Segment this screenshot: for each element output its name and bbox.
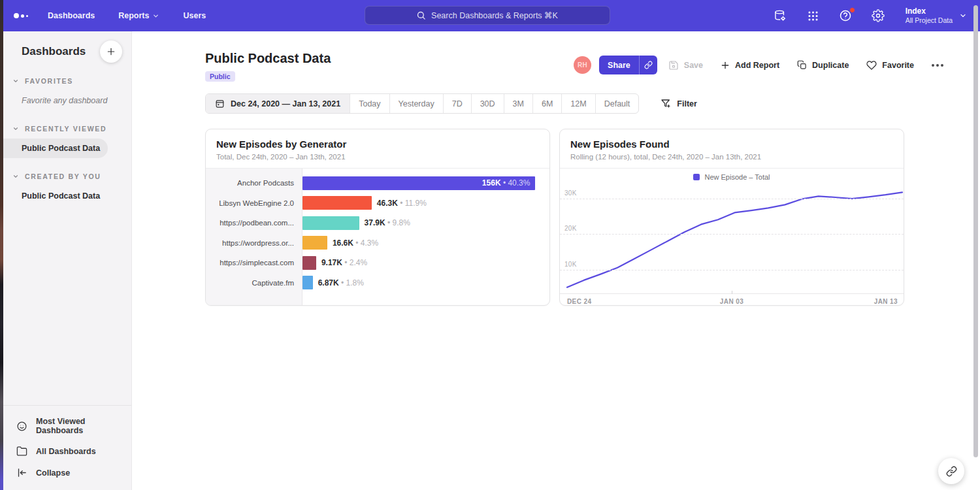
- bar-category-label: Captivate.fm: [206, 279, 302, 287]
- preset-yesterday[interactable]: Yesterday: [389, 94, 443, 113]
- date-presets: TodayYesterday7D30D3M6M12MDefault: [350, 94, 638, 113]
- data-management-icon[interactable]: [774, 9, 787, 23]
- share-button[interactable]: Share: [599, 56, 657, 74]
- sidebar-footer-most-viewed-dashboards[interactable]: Most Viewed Dashboards: [3, 412, 131, 440]
- preset-6m[interactable]: 6M: [532, 94, 561, 113]
- nav-item-label: Dashboards: [48, 11, 95, 20]
- sidebar-section-recently-viewed: RECENTLY VIEWEDPublic Podcast Data: [3, 125, 131, 158]
- bar-track: 9.17K • 2.4%: [302, 256, 549, 270]
- sidebar-section-label: RECENTLY VIEWED: [25, 125, 106, 133]
- nav-item-reports[interactable]: Reports: [118, 11, 159, 20]
- nav-item-users[interactable]: Users: [183, 11, 206, 20]
- copy-link-button[interactable]: [639, 56, 657, 74]
- preset-default[interactable]: Default: [595, 94, 639, 113]
- desktop-background-strip: [0, 0, 3, 490]
- bar-chart-subtitle: Total, Dec 24th, 2020 – Jan 13th, 2021: [216, 153, 539, 161]
- bar-category-label: Libsyn WebEngine 2.0: [206, 199, 302, 207]
- bar-chart: Anchor Podcasts156K • 40.3%Libsyn WebEng…: [206, 169, 549, 306]
- sidebar-section-header[interactable]: CREATED BY YOU: [3, 172, 131, 180]
- sidebar-item-favorite-any-dashboard[interactable]: Favorite any dashboard: [3, 91, 131, 110]
- scrollbar[interactable]: [973, 5, 978, 457]
- apps-grid-icon[interactable]: [806, 9, 820, 23]
- filter-label: Filter: [677, 99, 697, 108]
- bar-chart-title[interactable]: New Episodes by Generator: [216, 139, 539, 150]
- mixpanel-logo[interactable]: [14, 13, 28, 18]
- sidebar-footer: Most Viewed DashboardsAll DashboardsColl…: [3, 405, 131, 490]
- more-options-button[interactable]: [932, 64, 943, 67]
- bar[interactable]: [302, 196, 372, 210]
- bar-track: 16.6K • 4.3%: [302, 236, 549, 250]
- help-icon[interactable]: [839, 9, 853, 23]
- calendar-icon: [215, 99, 225, 108]
- footer-item-label: All Dashboards: [36, 447, 96, 456]
- bar[interactable]: 156K • 40.3%: [302, 176, 535, 190]
- favorite-label: Favorite: [882, 61, 914, 70]
- legend-label: New Episode – Total: [704, 173, 770, 181]
- sidebar-sections: FAVORITESFavorite any dashboardRECENTLY …: [3, 77, 131, 206]
- bar-value-label: 6.87K • 1.8%: [318, 278, 364, 287]
- search-input[interactable]: Search Dashboards & Reports ⌘K: [365, 6, 610, 25]
- nav-item-dashboards[interactable]: Dashboards: [48, 11, 95, 20]
- legend-swatch: [693, 174, 700, 180]
- bar[interactable]: [302, 216, 359, 230]
- header-actions: RH Share Save Add Re: [574, 56, 943, 74]
- bar-category-label: https://podbean.com...: [206, 219, 302, 227]
- line-chart-subtitle: Rolling (12 hours), total, Dec 24th, 202…: [570, 153, 893, 161]
- preset-3m[interactable]: 3M: [504, 94, 532, 113]
- x-tick-mark: [732, 291, 732, 294]
- sidebar-footer-all-dashboards[interactable]: All Dashboards: [3, 440, 131, 462]
- line-chart-card: New Episodes Found Rolling (12 hours), t…: [559, 129, 904, 306]
- chevron-down-icon: [12, 78, 19, 84]
- settings-gear-icon[interactable]: [872, 9, 885, 23]
- line-series: [567, 186, 902, 293]
- share-link-fab[interactable]: [938, 458, 964, 484]
- bar-value-label: 16.6K • 4.3%: [333, 238, 378, 248]
- project-subtitle: All Project Data: [906, 16, 953, 25]
- line-chart-legend: New Episode – Total: [560, 169, 904, 185]
- duplicate-button[interactable]: Duplicate: [797, 60, 849, 70]
- sidebar-section-header[interactable]: RECENTLY VIEWED: [3, 125, 131, 133]
- y-axis-tick-label: 10K: [564, 261, 577, 268]
- bar-row: https://wordpress.or...16.6K • 4.3%: [206, 233, 549, 253]
- line-chart-x-axis: DEC 24JAN 03JAN 13: [560, 293, 904, 306]
- notification-dot: [849, 7, 855, 13]
- sidebar-section-header[interactable]: FAVORITES: [3, 77, 131, 85]
- public-badge: Public: [205, 71, 235, 82]
- project-switcher[interactable]: Index All Project Data: [906, 7, 967, 25]
- duplicate-label: Duplicate: [812, 61, 849, 70]
- bar-value-label: 9.17K • 2.4%: [321, 258, 367, 267]
- preset-7d[interactable]: 7D: [443, 94, 471, 113]
- sidebar-item-public-podcast-data[interactable]: Public Podcast Data: [3, 186, 131, 206]
- save-button[interactable]: Save: [668, 60, 703, 71]
- folder-icon: [16, 446, 27, 457]
- preset-30d[interactable]: 30D: [471, 94, 504, 113]
- footer-item-label: Most Viewed Dashboards: [36, 417, 125, 435]
- filter-button[interactable]: Filter: [661, 99, 697, 109]
- add-report-button[interactable]: Add Report: [721, 61, 779, 70]
- save-label: Save: [684, 61, 703, 70]
- sidebar-section-label: FAVORITES: [25, 77, 73, 85]
- sidebar-item-public-podcast-data[interactable]: Public Podcast Data: [3, 139, 108, 158]
- x-axis-tick-label: DEC 24: [567, 298, 591, 305]
- chevron-down-icon: [959, 12, 967, 20]
- sidebar-footer-collapse[interactable]: Collapse: [3, 462, 131, 483]
- bar-track: 46.3K • 11.9%: [302, 196, 549, 210]
- bar[interactable]: [302, 276, 313, 289]
- line-chart-title[interactable]: New Episodes Found: [570, 139, 893, 150]
- screen: DashboardsReportsUsers Search Dashboards…: [0, 0, 980, 490]
- sidebar-title: Dashboards: [22, 45, 86, 58]
- footer-item-label: Collapse: [36, 468, 70, 478]
- main-content: Public Podcast Data Public RH Share Save: [132, 31, 980, 490]
- share-button-label[interactable]: Share: [599, 56, 639, 74]
- bar[interactable]: [302, 256, 316, 270]
- preset-today[interactable]: Today: [350, 94, 389, 113]
- favorite-button[interactable]: Favorite: [866, 60, 914, 71]
- bar[interactable]: [302, 236, 327, 250]
- new-dashboard-button[interactable]: [100, 41, 122, 63]
- chevron-down-icon: [152, 12, 159, 20]
- date-range-button[interactable]: Dec 24, 2020 — Jan 13, 2021: [206, 94, 350, 113]
- chevron-down-icon: [12, 173, 19, 180]
- preset-12m[interactable]: 12M: [561, 94, 595, 113]
- y-axis-tick-label: 20K: [564, 225, 577, 232]
- y-axis-tick-label: 30K: [564, 189, 577, 197]
